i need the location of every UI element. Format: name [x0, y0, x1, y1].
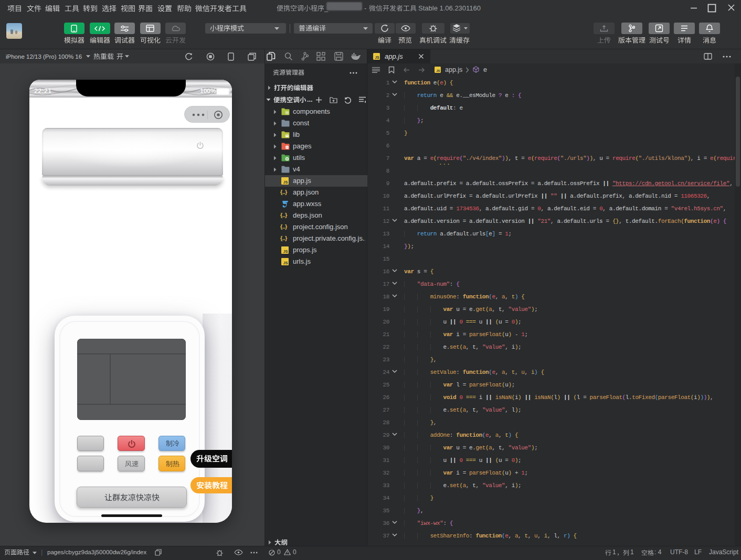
svg-text:JS: JS: [436, 69, 440, 72]
svg-text:JS: JS: [375, 56, 380, 59]
svg-text:<>: <>: [285, 146, 289, 149]
svg-text:JS: JS: [283, 261, 288, 265]
svg-text:JS: JS: [283, 250, 288, 253]
svg-text:JS: JS: [283, 180, 288, 184]
